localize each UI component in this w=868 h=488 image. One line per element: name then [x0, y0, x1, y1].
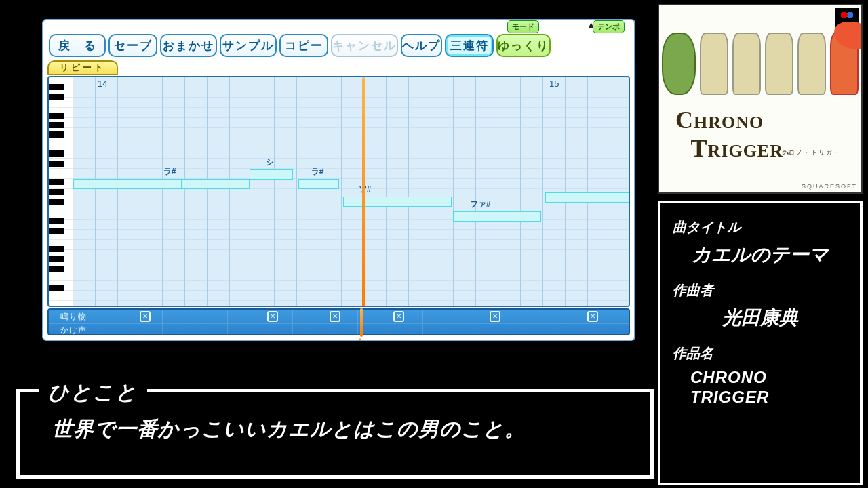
- piano-roll[interactable]: 14 15 ラ# シ ラ# ソ# ファ#: [47, 76, 630, 307]
- cover-char-icon: [732, 33, 761, 95]
- drum-hit-icon[interactable]: [587, 311, 598, 322]
- note-bar[interactable]: [182, 179, 250, 189]
- note-bar[interactable]: [453, 211, 541, 222]
- tempo-slow-button[interactable]: ゆっくり: [496, 34, 551, 57]
- drum-hit-icon[interactable]: [393, 311, 404, 322]
- cover-char-icon: [797, 33, 826, 95]
- note-label: ファ#: [470, 199, 491, 210]
- composer-value: 光田康典: [673, 305, 848, 331]
- cover-subtitle: クロノ・トリガー: [781, 148, 841, 157]
- percussion-lane[interactable]: [98, 310, 629, 323]
- voice-track-row: かけ声: [49, 323, 629, 337]
- sample-button[interactable]: サンプル: [220, 34, 277, 57]
- voice-lane[interactable]: [98, 324, 629, 337]
- triplet-mode-button[interactable]: 三連符: [445, 34, 494, 57]
- note-bar[interactable]: [545, 192, 629, 203]
- copy-button[interactable]: コピー: [279, 34, 328, 57]
- drum-hit-icon[interactable]: [490, 311, 500, 322]
- voice-track-label: かけ声: [49, 325, 98, 336]
- piano-keyboard[interactable]: [49, 77, 73, 306]
- mode-tag: モード: [507, 20, 539, 33]
- back-button[interactable]: 戻 る: [49, 34, 106, 57]
- cover-char-icon: [765, 33, 793, 95]
- save-button[interactable]: セーブ: [108, 34, 157, 57]
- drum-hit-icon[interactable]: [140, 311, 151, 322]
- note-label: ラ#: [311, 166, 324, 178]
- toolbar: 戻 る セーブ おまかせ サンプル コピー キャンセル ヘルプ 三連符 ゆっくり…: [43, 20, 634, 58]
- help-button[interactable]: ヘルプ: [401, 34, 442, 57]
- note-grid[interactable]: 14 15 ラ# シ ラ# ソ# ファ#: [73, 77, 629, 306]
- comment-box: ひとこと 世界で一番かっこいいカエルとはこの男のこと。: [16, 389, 654, 479]
- game-cover-art: 見 本 CHRONO TRIGGER™ クロノ・トリガー SQUARESOFT: [658, 4, 863, 194]
- percussion-track-label: 鳴り物: [49, 311, 98, 323]
- cancel-button: キャンセル: [331, 34, 398, 57]
- composer-label: 作曲者: [673, 281, 848, 300]
- note-bar[interactable]: [250, 169, 293, 180]
- cover-char-icon: [830, 33, 859, 95]
- song-title-label: 曲タイトル: [673, 218, 848, 237]
- cover-char-icon: [700, 33, 728, 95]
- note-bar[interactable]: [298, 179, 339, 189]
- drum-hit-icon[interactable]: [267, 311, 278, 322]
- comment-title: ひとこと: [39, 379, 147, 407]
- lower-tracks: 鳴り物 かけ声: [47, 308, 630, 336]
- measure-label-14: 14: [98, 79, 107, 89]
- drum-hit-icon[interactable]: [330, 311, 340, 322]
- note-label: ソ#: [359, 184, 372, 195]
- note-bar[interactable]: [73, 179, 182, 189]
- cover-characters: [659, 33, 861, 114]
- song-title-value: カエルのテーマ: [673, 242, 848, 268]
- work-value: CHRONOTRIGGER: [673, 368, 848, 407]
- playhead[interactable]: [362, 77, 365, 306]
- percussion-track-row: 鳴り物: [49, 310, 629, 323]
- repeat-tab[interactable]: リピート: [47, 60, 118, 75]
- note-bar[interactable]: [343, 197, 452, 207]
- playhead-lower[interactable]: [360, 308, 363, 337]
- music-editor-panel: 戻 る セーブ おまかせ サンプル コピー キャンセル ヘルプ 三連符 ゆっくり…: [42, 19, 635, 341]
- song-info-panel: 曲タイトル カエルのテーマ 作曲者 光田康典 作品名 CHRONOTRIGGER: [658, 201, 863, 485]
- cover-char-icon: [662, 33, 696, 95]
- note-label: ラ#: [163, 166, 176, 178]
- cover-title: CHRONO TRIGGER™: [675, 106, 791, 163]
- measure-label-15: 15: [549, 79, 559, 89]
- note-label: シ: [266, 157, 274, 168]
- work-label: 作品名: [673, 344, 848, 363]
- comment-body: 世界で一番かっこいいカエルとはこの男のこと。: [52, 415, 630, 443]
- tempo-tag: テンポ: [593, 20, 625, 33]
- cover-publisher: SQUARESOFT: [802, 183, 857, 190]
- auto-button[interactable]: おまかせ: [160, 34, 217, 57]
